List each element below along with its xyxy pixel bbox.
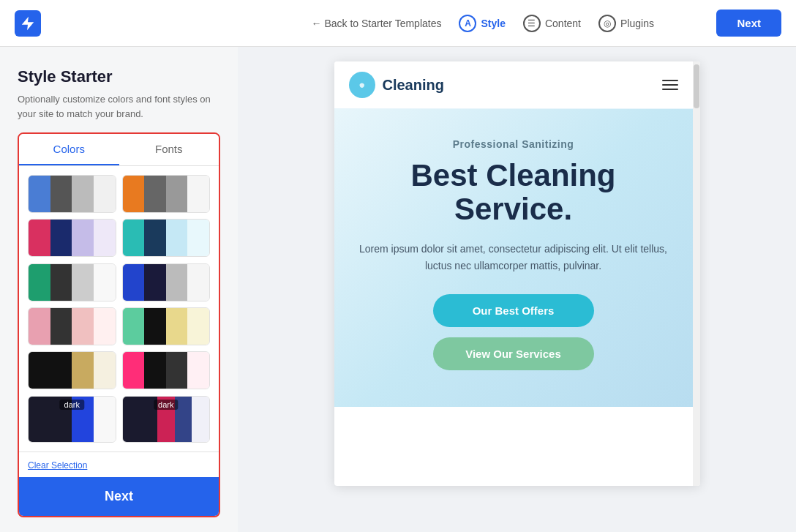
main-layout: Style Starter Optionally customize color… (0, 47, 796, 532)
color-swatch-7[interactable] (28, 307, 116, 345)
nav-step-plugins[interactable]: ◎ Plugins (598, 15, 654, 32)
tab-colors[interactable]: Colors (19, 134, 119, 165)
style-tabs-container: Colors Fonts (18, 132, 220, 517)
preview-btn-secondary[interactable]: View Our Services (433, 337, 594, 370)
scrollbar-thumb (694, 64, 699, 108)
content-step-icon: ☰ (523, 15, 541, 32)
nav-step-content[interactable]: ☰ Content (523, 15, 581, 32)
color-swatch-4[interactable] (122, 219, 211, 257)
color-swatch-3[interactable] (28, 219, 116, 257)
menu-bar-1 (662, 80, 678, 81)
logo-area (15, 10, 249, 37)
tabs-header: Colors Fonts (19, 134, 219, 166)
hero-description: Lorem ipsum dolor sit amet, consectetur … (356, 241, 671, 274)
next-button-header[interactable]: Next (716, 10, 781, 37)
clear-selection-area: Clear Selection (19, 452, 219, 477)
preview-logo-icon (349, 72, 375, 98)
color-swatch-10[interactable] (122, 351, 211, 389)
right-preview: Cleaning Professional Sanitizing Best Cl… (238, 47, 796, 532)
next-button-panel[interactable]: Next (19, 477, 219, 516)
app-logo-icon (15, 10, 41, 37)
panel-subtitle: Optionally customize colors and font sty… (18, 92, 220, 121)
header: ← Back to Starter Templates A Style ☰ Co… (0, 0, 796, 47)
color-swatch-8[interactable] (122, 307, 211, 345)
tab-fonts[interactable]: Fonts (119, 134, 219, 165)
hero-subtitle: Professional Sanitizing (356, 138, 671, 150)
preview-frame: Cleaning Professional Sanitizing Best Cl… (334, 61, 700, 486)
plugins-step-label: Plugins (620, 18, 654, 29)
back-to-templates-link[interactable]: ← Back to Starter Templates (312, 18, 442, 29)
content-step-label: Content (545, 18, 581, 29)
preview-content: Cleaning Professional Sanitizing Best Cl… (334, 61, 700, 486)
preview-hero: Professional Sanitizing Best Cleaning Se… (334, 109, 693, 407)
preview-logo-text: Cleaning (383, 77, 444, 94)
dark-label-11: dark (60, 400, 84, 410)
preview-nav: Cleaning (334, 61, 693, 109)
nav-step-style[interactable]: A Style (459, 15, 505, 32)
style-step-label: Style (481, 18, 505, 29)
color-swatch-1[interactable] (28, 175, 116, 213)
plugins-step-icon: ◎ (598, 15, 616, 32)
preview-logo: Cleaning (349, 72, 444, 98)
color-swatch-11-dark[interactable]: dark (28, 396, 116, 443)
clear-selection-link[interactable]: Clear Selection (28, 460, 87, 471)
menu-bar-2 (662, 84, 678, 86)
style-step-icon: A (459, 15, 476, 32)
left-panel: Style Starter Optionally customize color… (0, 47, 238, 532)
preview-menu-icon[interactable] (662, 80, 678, 90)
preview-btn-primary[interactable]: Our Best Offers (433, 294, 594, 327)
color-swatch-9[interactable] (28, 351, 116, 389)
header-nav: ← Back to Starter Templates A Style ☰ Co… (249, 15, 716, 32)
menu-bar-3 (662, 89, 678, 90)
hero-title: Best Cleaning Service. (356, 159, 671, 226)
color-swatch-2[interactable] (122, 175, 211, 213)
color-swatch-6[interactable] (122, 263, 211, 301)
dark-label-12: dark (154, 400, 178, 410)
preview-scrollbar[interactable] (693, 61, 700, 486)
swatches-grid: dark dark (19, 166, 219, 452)
panel-title: Style Starter (18, 67, 220, 86)
color-swatch-12-dark[interactable]: dark (122, 396, 211, 443)
color-swatch-5[interactable] (28, 263, 116, 301)
